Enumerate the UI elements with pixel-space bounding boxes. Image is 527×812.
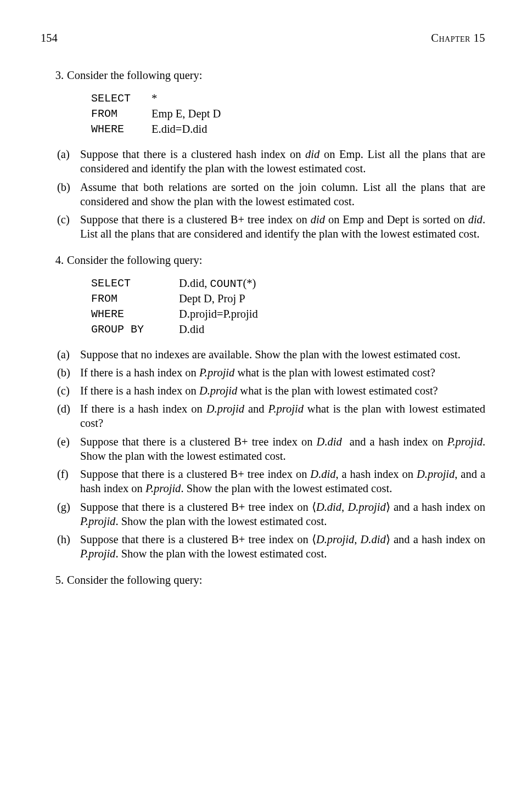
subitem: (a) Suppose that no indexes are availabl…	[41, 347, 485, 362]
sql-value: E.did=D.did	[152, 122, 485, 137]
subitem-label: (c)	[57, 212, 80, 241]
sql-keyword-groupby: GROUP BY	[91, 322, 179, 337]
subitem-text: If there is a hash index on D.projid wha…	[80, 384, 485, 398]
subitem-label: (a)	[57, 347, 80, 362]
subitem: (e) Suppose that there is a clustered B+…	[41, 435, 485, 463]
question-lead: Consider the following query:	[67, 253, 485, 267]
sql-keyword-from: FROM	[91, 291, 179, 307]
subitem: (a) Suppose that there is a clustered ha…	[41, 147, 485, 176]
subitem-text: Suppose that there is a clustered B+ tre…	[80, 467, 485, 495]
question-number: 3.	[41, 68, 67, 82]
question-5: 5. Consider the following query:	[41, 573, 485, 587]
subitem: (b) Assume that both relations are sorte…	[41, 180, 485, 208]
sql-keyword-where: WHERE	[91, 307, 179, 322]
question-3: 3. Consider the following query:	[41, 68, 485, 82]
sql-keyword-where: WHERE	[91, 122, 152, 137]
sql-value: D.did, COUNT(*)	[179, 276, 485, 291]
subitem-label: (d)	[57, 402, 80, 430]
query-row: FROM Dept D, Proj P	[91, 291, 485, 307]
subitem-text: Suppose that no indexes are available. S…	[80, 347, 485, 362]
question-lead: Consider the following query:	[67, 68, 485, 82]
page-number: 154	[41, 31, 58, 45]
subitem: (g) Suppose that there is a clustered B+…	[41, 500, 485, 528]
page-header: 154 Chapter 15	[41, 31, 485, 45]
question-number: 4.	[41, 253, 67, 267]
subitem: (d) If there is a hash index on D.projid…	[41, 402, 485, 430]
query-row: GROUP BY D.did	[91, 322, 485, 337]
subitem: (c) Suppose that there is a clustered B+…	[41, 212, 485, 241]
subitem-text: If there is a hash index on D.projid and…	[80, 402, 485, 430]
subitem-text: Suppose that there is a clustered B+ tre…	[80, 212, 485, 241]
sql-value: *	[152, 91, 485, 106]
subitem-label: (c)	[57, 384, 80, 398]
sql-query-block: SELECT D.did, COUNT(*) FROM Dept D, Proj…	[91, 276, 485, 337]
subitem-text: Suppose that there is a clustered B+ tre…	[80, 500, 485, 528]
subitem-label: (h)	[57, 532, 80, 561]
sql-value: Dept D, Proj P	[179, 291, 485, 307]
query-row: WHERE E.did=D.did	[91, 122, 485, 137]
subitem-label: (a)	[57, 147, 80, 176]
subitem: (h) Suppose that there is a clustered B+…	[41, 532, 485, 561]
sql-value: D.projid=P.projid	[179, 307, 485, 322]
subitem-label: (b)	[57, 365, 80, 380]
subitem: (c) If there is a hash index on D.projid…	[41, 384, 485, 398]
query-row: FROM Emp E, Dept D	[91, 106, 485, 122]
subitem-text: Suppose that there is a clustered B+ tre…	[80, 435, 485, 463]
subitem: (b) If there is a hash index on P.projid…	[41, 365, 485, 380]
sql-keyword-from: FROM	[91, 106, 152, 122]
subitem-text: Suppose that there is a clustered B+ tre…	[80, 532, 485, 561]
query-row: SELECT *	[91, 91, 485, 106]
subitem-text: Assume that both relations are sorted on…	[80, 180, 485, 208]
query-row: WHERE D.projid=P.projid	[91, 307, 485, 322]
subitem-label: (e)	[57, 435, 80, 463]
subitem-text: If there is a hash index on P.projid wha…	[80, 365, 485, 380]
question-number: 5.	[41, 573, 67, 587]
sql-value: Emp E, Dept D	[152, 106, 485, 122]
sql-query-block: SELECT * FROM Emp E, Dept D WHERE E.did=…	[91, 91, 485, 137]
subitem-label: (g)	[57, 500, 80, 528]
subitem-label: (b)	[57, 180, 80, 208]
sql-value: D.did	[179, 322, 485, 337]
query-row: SELECT D.did, COUNT(*)	[91, 276, 485, 291]
sql-keyword-select: SELECT	[91, 91, 152, 106]
sql-keyword-select: SELECT	[91, 276, 179, 291]
chapter-label: Chapter 15	[431, 31, 485, 45]
question-4: 4. Consider the following query:	[41, 253, 485, 267]
subitem-text: Suppose that there is a clustered hash i…	[80, 147, 485, 176]
question-lead: Consider the following query:	[67, 573, 485, 587]
subitem-label: (f)	[57, 467, 80, 495]
subitem: (f) Suppose that there is a clustered B+…	[41, 467, 485, 495]
